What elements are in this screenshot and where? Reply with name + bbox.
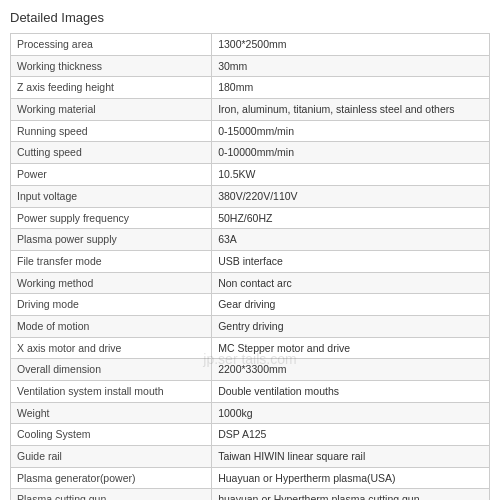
spec-value: 2200*3300mm (212, 359, 490, 381)
spec-label: Input voltage (11, 185, 212, 207)
table-row: Running speed0-15000mm/min (11, 120, 490, 142)
spec-label: X axis motor and drive (11, 337, 212, 359)
spec-value: Iron, aluminum, titanium, stainless stee… (212, 99, 490, 121)
table-row: Cooling SystemDSP A125 (11, 424, 490, 446)
table-row: Cutting speed0-10000mm/min (11, 142, 490, 164)
spec-value: 180mm (212, 77, 490, 99)
spec-label: Plasma power supply (11, 229, 212, 251)
table-row: Processing area1300*2500mm (11, 34, 490, 56)
table-row: Power10.5KW (11, 164, 490, 186)
spec-label: Cutting speed (11, 142, 212, 164)
spec-value: 63A (212, 229, 490, 251)
table-row: Plasma cutting gunhuayuan or Hypertherm … (11, 489, 490, 500)
section-title: Detailed Images (10, 10, 490, 25)
spec-value: Taiwan HIWIN linear square rail (212, 446, 490, 468)
table-row: Power supply frequency50HZ/60HZ (11, 207, 490, 229)
spec-value: MC Stepper motor and drive (212, 337, 490, 359)
spec-label: Z axis feeding height (11, 77, 212, 99)
spec-value: 30mm (212, 55, 490, 77)
spec-value: huayuan or Hypertherm plasma cutting gun (212, 489, 490, 500)
spec-label: Plasma generator(power) (11, 467, 212, 489)
table-row: X axis motor and driveMC Stepper motor a… (11, 337, 490, 359)
spec-value: 1300*2500mm (212, 34, 490, 56)
table-row: Plasma power supply63A (11, 229, 490, 251)
table-row: Mode of motionGentry driving (11, 315, 490, 337)
table-row: Driving modeGear driving (11, 294, 490, 316)
spec-label: Weight (11, 402, 212, 424)
spec-value: USB interface (212, 250, 490, 272)
table-row: Guide railTaiwan HIWIN linear square rai… (11, 446, 490, 468)
spec-label: Running speed (11, 120, 212, 142)
table-row: Ventilation system install mouthDouble v… (11, 381, 490, 403)
spec-label: Cooling System (11, 424, 212, 446)
table-row: Working materialIron, aluminum, titanium… (11, 99, 490, 121)
spec-value: 50HZ/60HZ (212, 207, 490, 229)
spec-value: 10.5KW (212, 164, 490, 186)
table-row: Input voltage380V/220V/110V (11, 185, 490, 207)
spec-label: Working method (11, 272, 212, 294)
spec-value: DSP A125 (212, 424, 490, 446)
specs-table: Processing area1300*2500mmWorking thickn… (10, 33, 490, 500)
table-row: Plasma generator(power)Huayuan or Hypert… (11, 467, 490, 489)
table-row: Weight1000kg (11, 402, 490, 424)
spec-value: Double ventilation mouths (212, 381, 490, 403)
spec-label: File transfer mode (11, 250, 212, 272)
spec-value: Gear driving (212, 294, 490, 316)
spec-label: Guide rail (11, 446, 212, 468)
spec-value: Non contact arc (212, 272, 490, 294)
spec-label: Ventilation system install mouth (11, 381, 212, 403)
spec-label: Mode of motion (11, 315, 212, 337)
spec-label: Power supply frequency (11, 207, 212, 229)
table-row: File transfer modeUSB interface (11, 250, 490, 272)
table-row: Working methodNon contact arc (11, 272, 490, 294)
table-row: Z axis feeding height180mm (11, 77, 490, 99)
spec-value: Gentry driving (212, 315, 490, 337)
spec-label: Overall dimension (11, 359, 212, 381)
spec-label: Working thickness (11, 55, 212, 77)
spec-label: Working material (11, 99, 212, 121)
spec-label: Processing area (11, 34, 212, 56)
spec-value: Huayuan or Hypertherm plasma(USA) (212, 467, 490, 489)
table-row: Overall dimension2200*3300mm (11, 359, 490, 381)
spec-value: 0-10000mm/min (212, 142, 490, 164)
spec-value: 380V/220V/110V (212, 185, 490, 207)
table-row: Working thickness30mm (11, 55, 490, 77)
spec-value: 1000kg (212, 402, 490, 424)
spec-label: Driving mode (11, 294, 212, 316)
spec-label: Plasma cutting gun (11, 489, 212, 500)
spec-value: 0-15000mm/min (212, 120, 490, 142)
spec-label: Power (11, 164, 212, 186)
